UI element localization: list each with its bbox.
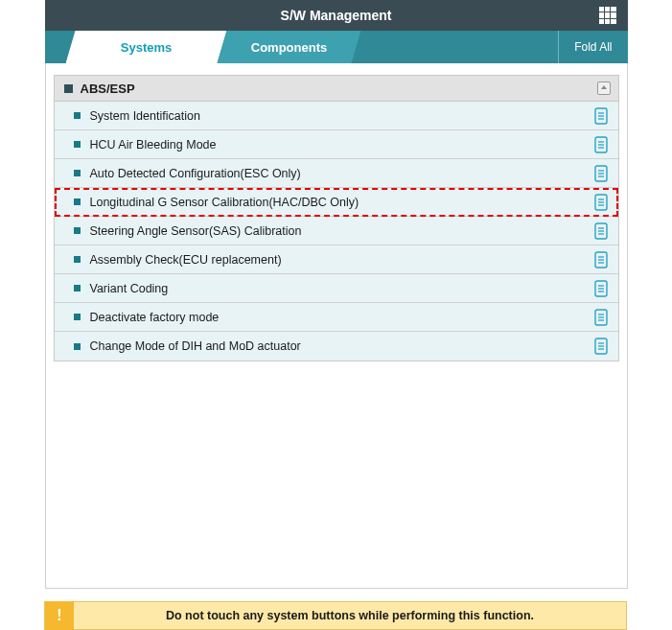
item-bullet-icon bbox=[74, 170, 81, 176]
item-bullet-icon bbox=[74, 256, 81, 263]
section-title: ABS/ESP bbox=[81, 82, 135, 96]
page-title: S/W Management bbox=[281, 8, 392, 23]
list-item[interactable]: System Identification bbox=[55, 102, 618, 130]
item-bullet-icon bbox=[74, 112, 81, 119]
document-icon[interactable] bbox=[593, 194, 609, 211]
item-label: Auto Detected Configuration(ESC Only) bbox=[90, 167, 301, 180]
document-icon[interactable] bbox=[593, 165, 609, 182]
list-item[interactable]: Assembly Check(ECU replacement) bbox=[55, 245, 618, 274]
warning-bar: ! Do not touch any system buttons while … bbox=[44, 601, 627, 630]
warning-text: Do not touch any system buttons while pe… bbox=[74, 609, 626, 622]
fold-all-label: Fold All bbox=[574, 40, 612, 54]
document-icon[interactable] bbox=[593, 107, 609, 125]
document-icon[interactable] bbox=[593, 309, 609, 326]
item-label: Change Mode of DIH and MoD actuator bbox=[90, 339, 301, 353]
warning-icon: ! bbox=[45, 601, 74, 630]
content-area: ABS/ESP System IdentificationHCU Air Ble… bbox=[45, 63, 628, 589]
item-label: Steering Angle Sensor(SAS) Calibration bbox=[90, 224, 302, 238]
item-bullet-icon bbox=[74, 285, 81, 292]
document-icon[interactable] bbox=[593, 280, 609, 297]
item-bullet-icon bbox=[74, 227, 81, 234]
item-bullet-icon bbox=[74, 198, 81, 205]
list-item[interactable]: Auto Detected Configuration(ESC Only) bbox=[55, 159, 618, 188]
document-icon[interactable] bbox=[593, 251, 609, 268]
collapse-icon[interactable] bbox=[597, 82, 611, 95]
tab-label: Systems bbox=[121, 40, 172, 55]
item-label: HCU Air Bleeding Mode bbox=[90, 138, 217, 152]
tab-systems[interactable]: Systems bbox=[66, 31, 227, 63]
section-bullet-icon bbox=[64, 84, 73, 93]
item-label: Variant Coding bbox=[90, 282, 169, 295]
fold-all-button[interactable]: Fold All bbox=[558, 31, 627, 63]
procedure-list: System IdentificationHCU Air Bleeding Mo… bbox=[54, 102, 619, 362]
list-item[interactable]: Change Mode of DIH and MoD actuator bbox=[55, 332, 618, 361]
item-label: Assembly Check(ECU replacement) bbox=[90, 253, 282, 267]
item-label: Deactivate factory mode bbox=[90, 311, 220, 324]
item-bullet-icon bbox=[74, 141, 81, 148]
list-item[interactable]: Steering Angle Sensor(SAS) Calibration bbox=[55, 217, 618, 245]
tab-label: Components bbox=[251, 40, 327, 55]
list-item[interactable]: Deactivate factory mode bbox=[55, 303, 618, 332]
item-label: System Identification bbox=[90, 109, 200, 123]
list-item[interactable]: Longitudinal G Sensor Calibration(HAC/DB… bbox=[55, 188, 618, 217]
list-item[interactable]: HCU Air Bleeding Mode bbox=[55, 130, 618, 159]
document-icon[interactable] bbox=[593, 136, 609, 153]
item-label: Longitudinal G Sensor Calibration(HAC/DB… bbox=[90, 196, 359, 209]
list-item[interactable]: Variant Coding bbox=[55, 274, 618, 303]
item-bullet-icon bbox=[74, 314, 81, 320]
document-icon[interactable] bbox=[593, 338, 609, 355]
header-bar: S/W Management bbox=[45, 0, 628, 31]
tab-components[interactable]: Components bbox=[218, 31, 361, 63]
document-icon[interactable] bbox=[593, 222, 609, 240]
section-header[interactable]: ABS/ESP bbox=[54, 75, 619, 102]
item-bullet-icon bbox=[74, 343, 81, 350]
tabs-bar: Systems Components Fold All bbox=[45, 31, 628, 63]
apps-grid-icon[interactable] bbox=[599, 7, 616, 24]
